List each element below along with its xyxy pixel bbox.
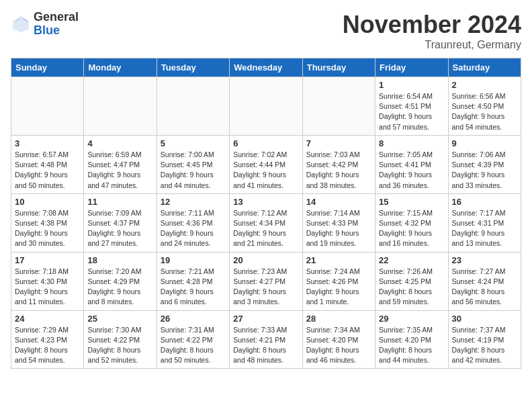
- day-cell: 2Sunrise: 6:56 AM Sunset: 4:50 PM Daylig…: [448, 77, 521, 136]
- day-number: 4: [87, 138, 152, 148]
- day-number: 8: [379, 138, 444, 148]
- day-cell: 1Sunrise: 6:54 AM Sunset: 4:51 PM Daylig…: [375, 77, 448, 136]
- day-info: Sunrise: 7:06 AM Sunset: 4:39 PM Dayligh…: [452, 150, 517, 191]
- week-row-1: 1Sunrise: 6:54 AM Sunset: 4:51 PM Daylig…: [11, 77, 521, 136]
- day-number: 17: [15, 255, 80, 265]
- day-number: 30: [452, 314, 517, 324]
- day-info: Sunrise: 7:02 AM Sunset: 4:44 PM Dayligh…: [233, 150, 298, 191]
- week-row-3: 10Sunrise: 7:08 AM Sunset: 4:38 PM Dayli…: [11, 193, 521, 252]
- day-info: Sunrise: 7:12 AM Sunset: 4:34 PM Dayligh…: [233, 208, 298, 249]
- day-number: 10: [15, 197, 80, 207]
- day-number: 22: [379, 255, 444, 265]
- day-info: Sunrise: 7:37 AM Sunset: 4:19 PM Dayligh…: [452, 325, 517, 366]
- calendar-table: SundayMondayTuesdayWednesdayThursdayFrid…: [11, 58, 521, 369]
- week-row-4: 17Sunrise: 7:18 AM Sunset: 4:30 PM Dayli…: [11, 252, 521, 310]
- logo: General Blue: [11, 11, 79, 38]
- day-number: 9: [452, 138, 517, 148]
- day-number: 18: [87, 255, 152, 265]
- day-info: Sunrise: 7:17 AM Sunset: 4:31 PM Dayligh…: [452, 208, 517, 249]
- day-number: 29: [379, 314, 444, 324]
- month-title: November 2024: [343, 11, 521, 39]
- header-cell-saturday: Saturday: [448, 58, 521, 77]
- day-cell: 25Sunrise: 7:30 AM Sunset: 4:22 PM Dayli…: [84, 310, 157, 369]
- day-cell: 30Sunrise: 7:37 AM Sunset: 4:19 PM Dayli…: [448, 310, 521, 369]
- day-number: 14: [306, 197, 371, 207]
- logo-blue-text: Blue: [34, 24, 79, 38]
- day-info: Sunrise: 7:11 AM Sunset: 4:36 PM Dayligh…: [161, 208, 226, 249]
- day-info: Sunrise: 7:26 AM Sunset: 4:25 PM Dayligh…: [379, 267, 444, 308]
- day-info: Sunrise: 7:05 AM Sunset: 4:41 PM Dayligh…: [379, 150, 444, 191]
- day-info: Sunrise: 7:03 AM Sunset: 4:42 PM Dayligh…: [306, 150, 371, 191]
- day-cell: 16Sunrise: 7:17 AM Sunset: 4:31 PM Dayli…: [448, 193, 521, 252]
- day-info: Sunrise: 6:59 AM Sunset: 4:47 PM Dayligh…: [87, 150, 152, 191]
- day-info: Sunrise: 7:24 AM Sunset: 4:26 PM Dayligh…: [306, 267, 371, 308]
- day-cell: 8Sunrise: 7:05 AM Sunset: 4:41 PM Daylig…: [375, 135, 448, 193]
- day-number: 2: [452, 80, 517, 90]
- day-info: Sunrise: 6:54 AM Sunset: 4:51 PM Dayligh…: [379, 91, 444, 132]
- day-number: 3: [15, 138, 80, 148]
- day-info: Sunrise: 7:29 AM Sunset: 4:23 PM Dayligh…: [15, 325, 80, 366]
- day-number: 12: [161, 197, 226, 207]
- day-cell: 13Sunrise: 7:12 AM Sunset: 4:34 PM Dayli…: [230, 193, 302, 252]
- day-cell: 10Sunrise: 7:08 AM Sunset: 4:38 PM Dayli…: [11, 193, 84, 252]
- page-container: General Blue November 2024 Traunreut, Ge…: [0, 0, 532, 375]
- day-cell: [302, 77, 375, 136]
- day-number: 7: [306, 138, 371, 148]
- header-row: SundayMondayTuesdayWednesdayThursdayFrid…: [11, 58, 521, 77]
- day-info: Sunrise: 7:08 AM Sunset: 4:38 PM Dayligh…: [15, 208, 80, 249]
- day-cell: 26Sunrise: 7:31 AM Sunset: 4:22 PM Dayli…: [157, 310, 229, 369]
- location: Traunreut, Germany: [343, 39, 521, 51]
- day-cell: 6Sunrise: 7:02 AM Sunset: 4:44 PM Daylig…: [230, 135, 302, 193]
- day-cell: 7Sunrise: 7:03 AM Sunset: 4:42 PM Daylig…: [302, 135, 375, 193]
- header-cell-tuesday: Tuesday: [157, 58, 229, 77]
- day-info: Sunrise: 6:56 AM Sunset: 4:50 PM Dayligh…: [452, 91, 517, 132]
- logo-icon: [11, 14, 31, 34]
- week-row-2: 3Sunrise: 6:57 AM Sunset: 4:48 PM Daylig…: [11, 135, 521, 193]
- day-info: Sunrise: 7:09 AM Sunset: 4:37 PM Dayligh…: [87, 208, 152, 249]
- day-cell: 24Sunrise: 7:29 AM Sunset: 4:23 PM Dayli…: [11, 310, 84, 369]
- day-info: Sunrise: 7:23 AM Sunset: 4:27 PM Dayligh…: [233, 267, 298, 308]
- day-number: 13: [233, 197, 298, 207]
- day-info: Sunrise: 7:18 AM Sunset: 4:30 PM Dayligh…: [15, 267, 80, 308]
- week-row-5: 24Sunrise: 7:29 AM Sunset: 4:23 PM Dayli…: [11, 310, 521, 369]
- day-cell: 14Sunrise: 7:14 AM Sunset: 4:33 PM Dayli…: [302, 193, 375, 252]
- day-info: Sunrise: 7:27 AM Sunset: 4:24 PM Dayligh…: [452, 267, 517, 308]
- day-cell: [84, 77, 157, 136]
- header-cell-sunday: Sunday: [11, 58, 84, 77]
- day-info: Sunrise: 7:31 AM Sunset: 4:22 PM Dayligh…: [161, 325, 226, 366]
- day-info: Sunrise: 7:00 AM Sunset: 4:45 PM Dayligh…: [161, 150, 226, 191]
- day-info: Sunrise: 7:15 AM Sunset: 4:32 PM Dayligh…: [379, 208, 444, 249]
- day-info: Sunrise: 7:14 AM Sunset: 4:33 PM Dayligh…: [306, 208, 371, 249]
- day-info: Sunrise: 7:21 AM Sunset: 4:28 PM Dayligh…: [161, 267, 226, 308]
- day-cell: 11Sunrise: 7:09 AM Sunset: 4:37 PM Dayli…: [84, 193, 157, 252]
- day-number: 5: [161, 138, 226, 148]
- day-number: 15: [379, 197, 444, 207]
- day-cell: 5Sunrise: 7:00 AM Sunset: 4:45 PM Daylig…: [157, 135, 229, 193]
- day-cell: [11, 77, 84, 136]
- day-number: 25: [87, 314, 152, 324]
- day-number: 11: [87, 197, 152, 207]
- day-info: Sunrise: 7:34 AM Sunset: 4:20 PM Dayligh…: [306, 325, 371, 366]
- day-cell: 17Sunrise: 7:18 AM Sunset: 4:30 PM Dayli…: [11, 252, 84, 310]
- day-cell: 12Sunrise: 7:11 AM Sunset: 4:36 PM Dayli…: [157, 193, 229, 252]
- day-number: 16: [452, 197, 517, 207]
- logo-text: General Blue: [34, 11, 79, 38]
- day-number: 6: [233, 138, 298, 148]
- day-number: 28: [306, 314, 371, 324]
- day-info: Sunrise: 7:35 AM Sunset: 4:20 PM Dayligh…: [379, 325, 444, 366]
- day-info: Sunrise: 7:20 AM Sunset: 4:29 PM Dayligh…: [87, 267, 152, 308]
- title-block: November 2024 Traunreut, Germany: [343, 11, 521, 51]
- day-number: 1: [379, 80, 444, 90]
- day-info: Sunrise: 7:30 AM Sunset: 4:22 PM Dayligh…: [87, 325, 152, 366]
- day-cell: 28Sunrise: 7:34 AM Sunset: 4:20 PM Dayli…: [302, 310, 375, 369]
- day-cell: 3Sunrise: 6:57 AM Sunset: 4:48 PM Daylig…: [11, 135, 84, 193]
- page-header: General Blue November 2024 Traunreut, Ge…: [11, 11, 521, 51]
- day-cell: 18Sunrise: 7:20 AM Sunset: 4:29 PM Dayli…: [84, 252, 157, 310]
- day-cell: 9Sunrise: 7:06 AM Sunset: 4:39 PM Daylig…: [448, 135, 521, 193]
- day-cell: 20Sunrise: 7:23 AM Sunset: 4:27 PM Dayli…: [230, 252, 302, 310]
- day-cell: 27Sunrise: 7:33 AM Sunset: 4:21 PM Dayli…: [230, 310, 302, 369]
- day-cell: 23Sunrise: 7:27 AM Sunset: 4:24 PM Dayli…: [448, 252, 521, 310]
- day-number: 21: [306, 255, 371, 265]
- day-number: 27: [233, 314, 298, 324]
- header-cell-wednesday: Wednesday: [230, 58, 302, 77]
